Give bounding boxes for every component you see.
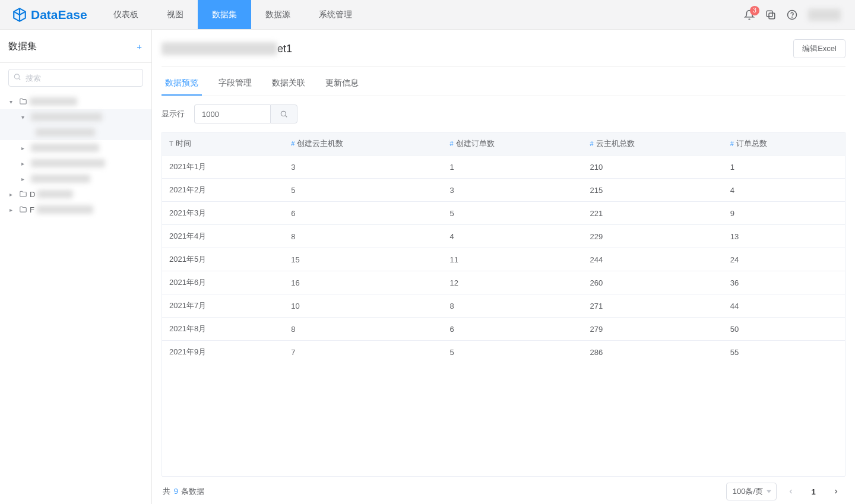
hash-icon: # <box>291 140 294 147</box>
table-cell: 8 <box>284 318 442 341</box>
chevron-right-icon: ▸ <box>21 145 28 151</box>
table-cell: 2021年8月 <box>162 318 284 341</box>
table-header-cell: #创建订单数 <box>442 132 582 156</box>
row-control: 显示行 <box>162 96 846 132</box>
sub-tabs: 数据预览 字段管理 数据关联 更新信息 <box>162 67 846 96</box>
table-cell: 271 <box>583 294 723 318</box>
tree-label <box>37 205 93 214</box>
tree-node[interactable]: ▸ F <box>0 202 151 217</box>
page-header: et1 编辑Excel <box>162 30 846 67</box>
nav-tab-datasource[interactable]: 数据源 <box>251 0 305 29</box>
topbar: DataEase 仪表板 视图 数据集 数据源 系统管理 3 <box>0 0 855 30</box>
row-count-summary: 共 9 条数据 <box>163 486 204 497</box>
sidebar: 数据集 + ▾ ▾ ▸ <box>0 30 152 504</box>
table-cell: 13 <box>723 225 845 248</box>
svg-point-3 <box>792 17 793 17</box>
table-cell: 10 <box>284 294 442 318</box>
sidebar-header: 数据集 + <box>0 36 151 63</box>
data-table: T时间#创建云主机数#创建订单数#云主机总数#订单总数 2021年1月31210… <box>162 132 845 363</box>
tree-node[interactable]: ▾ <box>0 94 151 109</box>
table-cell: 6 <box>284 202 442 225</box>
nav-tab-view[interactable]: 视图 <box>153 0 198 29</box>
user-area[interactable] <box>808 9 841 21</box>
table-cell: 279 <box>583 318 723 341</box>
table-cell: 2021年5月 <box>162 248 284 271</box>
sub-tab-relation[interactable]: 数据关联 <box>268 73 309 96</box>
tree-label-prefix: F <box>30 205 34 214</box>
search-input[interactable] <box>8 69 143 87</box>
folder-tree: ▾ ▾ ▸ ▸ ▸ ▸ <box>0 93 151 218</box>
tree-node[interactable]: ▸ <box>0 156 151 171</box>
sidebar-title: 数据集 <box>8 40 37 53</box>
table-cell: 3 <box>284 156 442 179</box>
table-cell: 4 <box>723 179 845 202</box>
table-row: 2021年2月532154 <box>162 179 845 202</box>
table-cell: 5 <box>442 202 582 225</box>
nav-tab-system[interactable]: 系统管理 <box>305 0 366 29</box>
tree-node[interactable]: ▸ <box>0 171 151 186</box>
row-search-button[interactable] <box>270 104 297 123</box>
help-button[interactable] <box>787 9 797 20</box>
text-icon: T <box>169 140 173 147</box>
table-cell: 3 <box>442 179 582 202</box>
tree-node[interactable]: ▾ <box>0 109 151 125</box>
notification-button[interactable]: 3 <box>744 9 755 20</box>
table-cell: 221 <box>583 202 723 225</box>
table-cell: 6 <box>442 318 582 341</box>
table-cell: 229 <box>583 225 723 248</box>
table-cell: 2021年2月 <box>162 179 284 202</box>
folder-icon <box>19 190 27 198</box>
search-icon <box>13 73 21 83</box>
table-cell: 244 <box>583 248 723 271</box>
tree-label <box>31 113 102 121</box>
nav-tab-dashboard[interactable]: 仪表板 <box>99 0 153 29</box>
table-row: 2021年3月652219 <box>162 202 845 225</box>
add-dataset-button[interactable]: + <box>137 42 142 52</box>
sub-tab-fields[interactable]: 字段管理 <box>215 73 255 96</box>
tree-label-prefix: D <box>30 190 35 199</box>
sub-tab-update[interactable]: 更新信息 <box>322 73 362 96</box>
chevron-right-icon <box>832 488 840 495</box>
tree-label <box>31 144 99 152</box>
table-cell: 36 <box>723 271 845 294</box>
tree-node[interactable]: ▸ <box>0 140 151 156</box>
table-cell: 5 <box>442 341 582 364</box>
topbar-right: 3 <box>744 9 855 21</box>
folder-icon <box>19 97 27 106</box>
table-cell: 5 <box>284 179 442 202</box>
sub-tab-preview[interactable]: 数据预览 <box>162 73 202 96</box>
table-header-cell: #订单总数 <box>723 132 845 156</box>
column-label: 订单总数 <box>736 139 767 148</box>
table-row: 2021年1月312101 <box>162 156 845 179</box>
logo-icon <box>12 7 27 23</box>
row-count-input[interactable] <box>194 104 270 123</box>
table-cell: 8 <box>284 225 442 248</box>
page-size-select[interactable]: 100条/页 <box>726 483 777 500</box>
hash-icon: # <box>449 140 453 147</box>
table-cell: 2021年3月 <box>162 202 284 225</box>
column-label: 云主机总数 <box>596 139 635 148</box>
footer: 共 9 条数据 100条/页 1 <box>162 477 846 504</box>
tree-node[interactable] <box>0 125 151 140</box>
chevron-left-icon <box>787 488 794 495</box>
table-cell: 55 <box>723 341 845 364</box>
table-cell: 12 <box>442 271 582 294</box>
main-content: et1 编辑Excel 数据预览 字段管理 数据关联 更新信息 显示行 T时间#… <box>152 30 855 504</box>
page-number[interactable]: 1 <box>805 487 822 496</box>
language-button[interactable] <box>765 9 776 20</box>
tree-label <box>31 159 105 167</box>
table-cell: 2021年1月 <box>162 156 284 179</box>
hash-icon: # <box>730 140 734 147</box>
table-cell: 50 <box>723 318 845 341</box>
tree-label <box>36 128 95 137</box>
edit-excel-button[interactable]: 编辑Excel <box>793 39 846 58</box>
page-title-suffix: et1 <box>277 43 292 55</box>
table-cell: 215 <box>583 179 723 202</box>
tree-node[interactable]: ▸ D <box>0 186 151 202</box>
chevron-right-icon: ▸ <box>21 160 28 167</box>
prev-page-button[interactable] <box>783 483 799 500</box>
table-cell: 260 <box>583 271 723 294</box>
brand-text: DataEase <box>31 8 87 22</box>
next-page-button[interactable] <box>828 483 844 500</box>
nav-tab-dataset[interactable]: 数据集 <box>198 0 251 29</box>
